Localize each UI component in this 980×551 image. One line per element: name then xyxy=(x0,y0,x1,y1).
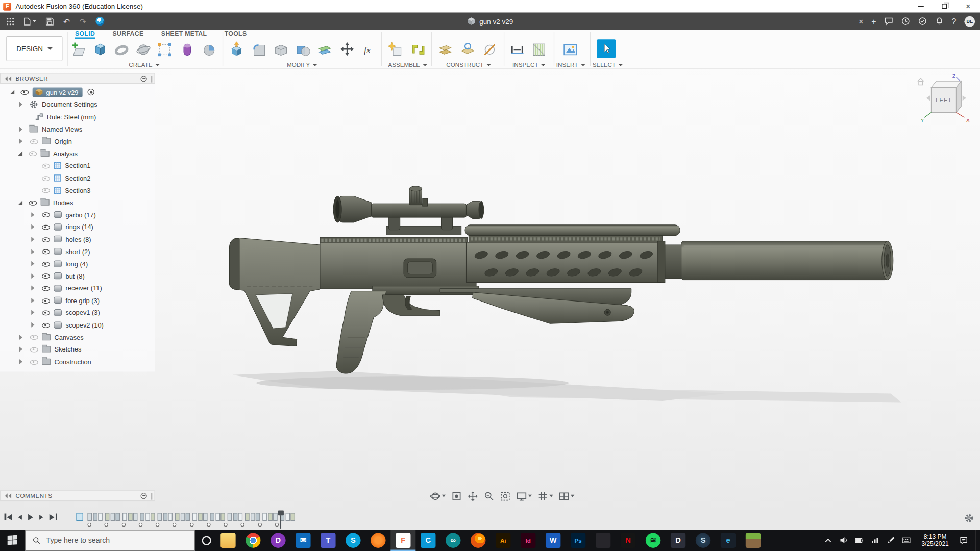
browser-header[interactable]: BROWSER xyxy=(0,73,155,84)
timeline-feature-icon[interactable] xyxy=(238,513,243,521)
tree-item-origin[interactable]: Origin xyxy=(0,135,155,147)
timeline-feature-icon[interactable] xyxy=(250,513,255,521)
search-input[interactable] xyxy=(46,537,172,544)
visibility-eye-icon[interactable] xyxy=(41,186,51,194)
expand-arrow-icon[interactable] xyxy=(31,237,34,242)
tree-item-body-scopev2[interactable]: scopev2 (10) xyxy=(0,319,155,331)
expand-arrow-icon[interactable] xyxy=(31,286,34,291)
viewcube[interactable]: LEFT Y X Z xyxy=(914,72,976,128)
tree-item-body-rings[interactable]: rings (14) xyxy=(0,221,155,233)
tree-item-body-scopev1[interactable]: scopev1 (3) xyxy=(0,307,155,319)
box-button[interactable] xyxy=(90,39,110,59)
expand-arrow-icon[interactable] xyxy=(18,152,23,156)
timeline-group-dot[interactable] xyxy=(173,523,176,527)
expand-arrow-icon[interactable] xyxy=(31,224,34,230)
taskbar-app-netflix[interactable]: N xyxy=(621,533,635,547)
visibility-eye-icon[interactable] xyxy=(41,223,51,231)
file-menu-button[interactable] xyxy=(24,17,36,26)
visibility-eye-icon[interactable] xyxy=(41,211,51,219)
expand-arrow-icon[interactable] xyxy=(31,273,34,279)
tree-item-section2[interactable]: Section2 xyxy=(0,172,155,184)
expand-arrow-icon[interactable] xyxy=(19,347,22,352)
expand-arrow-icon[interactable] xyxy=(31,261,34,266)
select-tool-button[interactable] xyxy=(597,39,616,58)
timeline-feature-icon[interactable] xyxy=(290,513,295,521)
timeline-feature-icon[interactable] xyxy=(233,513,237,521)
comments-collapse-icon[interactable] xyxy=(5,493,12,498)
redo-button[interactable]: ↷ xyxy=(79,16,86,26)
offset-face-button[interactable] xyxy=(314,39,334,59)
taskbar-app-mail[interactable]: ✉ xyxy=(296,533,310,547)
orbit-button[interactable] xyxy=(430,491,446,502)
timeline-start-marker[interactable] xyxy=(76,513,83,521)
move-button[interactable] xyxy=(337,39,357,59)
taskbar-app-teal-infinity-app[interactable]: ∞ xyxy=(446,533,460,547)
visibility-eye-icon[interactable] xyxy=(28,198,37,207)
tab-surface[interactable]: SURFACE xyxy=(112,30,143,39)
visibility-eye-icon[interactable] xyxy=(41,296,51,305)
taskbar-app-word[interactable]: W xyxy=(546,533,560,547)
tree-item-construction[interactable]: Construction xyxy=(0,356,155,368)
zoom-button[interactable] xyxy=(484,491,495,502)
timeline-feature-icon[interactable] xyxy=(228,513,232,521)
taskbar-clock[interactable]: 8:13 PM 3/25/2021 xyxy=(921,533,948,547)
new-tab-icon[interactable]: + xyxy=(871,16,876,26)
construction-axis-button[interactable] xyxy=(479,39,499,59)
touch-keyboard-icon[interactable] xyxy=(902,536,911,545)
group-inspect[interactable]: INSPECT xyxy=(512,61,546,68)
section-analysis-button[interactable] xyxy=(529,39,549,59)
timeline-feature-icon[interactable] xyxy=(87,513,92,521)
taskbar-app-firefox[interactable] xyxy=(471,533,485,547)
tree-item-body-garbo[interactable]: garbo (17) xyxy=(0,209,155,221)
skip-to-end-button[interactable] xyxy=(50,514,57,520)
visibility-eye-icon[interactable] xyxy=(41,284,51,292)
tab-tools[interactable]: TOOLS xyxy=(225,30,247,39)
root-selection-pill[interactable]: gun v2 v29 xyxy=(33,87,83,97)
volume-icon[interactable] xyxy=(840,536,848,545)
tab-solid[interactable]: SOLID xyxy=(75,30,95,39)
measure-button[interactable] xyxy=(507,39,527,59)
home-icon[interactable] xyxy=(918,78,924,85)
expand-arrow-icon[interactable] xyxy=(18,201,23,205)
visibility-eye-icon[interactable] xyxy=(30,137,39,145)
timeline-group-dot[interactable] xyxy=(105,523,108,527)
pen-icon[interactable] xyxy=(887,536,895,545)
help-icon[interactable]: ? xyxy=(952,16,957,26)
app-grid-icon[interactable] xyxy=(6,17,14,26)
timeline-group-dot[interactable] xyxy=(258,523,261,527)
timeline-group-dot[interactable] xyxy=(156,523,159,527)
timeline-feature-icon[interactable] xyxy=(145,513,150,521)
taskbar-app-dark-app[interactable] xyxy=(596,533,610,547)
timeline-settings-button[interactable] xyxy=(964,514,973,525)
notifications-bell-icon[interactable] xyxy=(935,17,944,26)
timeline-feature-icon[interactable] xyxy=(273,513,278,521)
tree-item-body-but[interactable]: but (8) xyxy=(0,270,155,282)
tree-item-body-fore-grip[interactable]: fore grip (3) xyxy=(0,294,155,307)
expand-arrow-icon[interactable] xyxy=(19,139,22,144)
tree-item-body-receiver[interactable]: receiver (11) xyxy=(0,282,155,294)
user-avatar[interactable]: BE xyxy=(964,16,975,27)
timeline-feature-icon[interactable] xyxy=(110,513,115,521)
taskbar-app-minecraft[interactable] xyxy=(746,533,761,547)
comments-grip[interactable] xyxy=(151,493,153,499)
visibility-eye-icon[interactable] xyxy=(41,309,51,317)
display-settings-button[interactable] xyxy=(516,491,532,502)
timeline-feature-icon[interactable] xyxy=(140,513,144,521)
save-button[interactable] xyxy=(45,17,54,26)
timeline-group-dot[interactable] xyxy=(207,523,210,527)
action-center-icon[interactable] xyxy=(960,536,968,545)
tree-item-bodies[interactable]: Bodies xyxy=(0,196,155,209)
tree-item-canvases[interactable]: Canvases xyxy=(0,331,155,343)
tree-item-document-settings[interactable]: Document Settings xyxy=(0,98,155,111)
expand-arrow-icon[interactable] xyxy=(19,102,22,107)
panel-grip[interactable] xyxy=(151,76,153,82)
pan-button[interactable] xyxy=(468,491,478,502)
tree-item-analysis[interactable]: Analysis xyxy=(0,147,155,160)
timeline-group-dot[interactable] xyxy=(121,523,125,527)
group-insert[interactable]: INSERT xyxy=(556,61,585,68)
thread-button[interactable] xyxy=(177,39,197,59)
timeline-feature-icon[interactable] xyxy=(151,513,155,521)
coil-button[interactable] xyxy=(133,39,153,59)
fit-button[interactable] xyxy=(500,491,511,502)
timeline-feature-icon[interactable] xyxy=(168,513,173,521)
